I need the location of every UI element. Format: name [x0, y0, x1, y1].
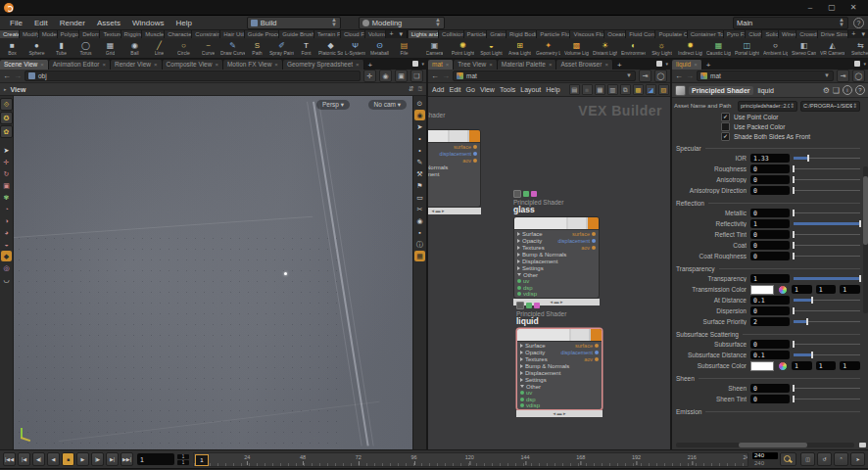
param-value-field[interactable]: 0 [750, 209, 790, 217]
node-input-port[interactable] [517, 286, 521, 290]
pointer-icon[interactable]: ➤ [414, 121, 425, 132]
slider-handle[interactable] [793, 396, 795, 402]
shelf-tab-rigid-bodies[interactable]: Rigid Bodies [506, 30, 537, 38]
node-row-displacement[interactable]: Displacement [517, 369, 602, 376]
vector-component-field[interactable]: 1 [816, 285, 837, 294]
shader-node-plastic[interactable]: Principled ShaderplasticSurfacesurfaceOp… [428, 103, 481, 214]
display-flag-icon[interactable] [526, 303, 532, 308]
shelf-tool-portal-light[interactable]: ◫Portal Light [733, 38, 761, 58]
param-value-field[interactable]: 1.33 [750, 154, 790, 163]
close-tab-icon[interactable]: × [274, 60, 278, 70]
transport-button-2[interactable]: ◀| [32, 452, 45, 466]
network-path-field[interactable]: mat ▼ [453, 70, 636, 81]
node-body[interactable]: SurfacesurfaceOpacitydisplacementTexture… [513, 216, 600, 299]
slider-handle[interactable] [806, 318, 808, 325]
shelf-tool-l-system[interactable]: ΨL-System [343, 38, 367, 58]
network-canvas[interactable]: VEX Builder Principled ShaderplasticSurf… [428, 97, 670, 449]
menu-file[interactable]: File [4, 19, 28, 27]
minimize-button[interactable]: – [799, 0, 821, 15]
node-row-other[interactable]: Other [517, 383, 602, 390]
shelf-tab-guide-brushes[interactable]: Guide Brushes [279, 30, 314, 38]
slider-handle[interactable] [793, 187, 795, 194]
param-value-field[interactable]: 0 [750, 306, 790, 315]
shelf-tab-viscous-fluids[interactable]: Viscous Fluids [570, 30, 604, 38]
layout-icon[interactable]: ▥ [607, 84, 618, 95]
export-icon[interactable]: ▨ [658, 84, 669, 95]
expand-icon[interactable] [517, 266, 520, 270]
param-slider[interactable] [794, 351, 860, 359]
color-wheel-icon[interactable] [778, 361, 788, 371]
node-input-vdisp[interactable]: vdisp [517, 402, 602, 409]
param-slider[interactable] [794, 241, 860, 250]
node-row-bump-normals[interactable]: Bump & Normals [428, 164, 480, 170]
param-slider[interactable] [794, 164, 860, 173]
expand-icon[interactable] [517, 259, 520, 263]
shelf-add-tab-icon[interactable]: + [848, 30, 858, 38]
pencil-icon[interactable]: ✎ [414, 157, 425, 167]
forward-icon[interactable]: → [442, 70, 450, 82]
section-header[interactable]: Transparency [676, 264, 860, 272]
pane-maximize-icon[interactable] [656, 61, 662, 67]
param-value-field[interactable]: 1 [750, 274, 790, 283]
node-row-other[interactable]: Other [514, 271, 599, 278]
expand-icon[interactable] [520, 344, 523, 348]
node-row-settings[interactable]: Settings [514, 264, 599, 271]
expand-icon[interactable] [517, 232, 520, 236]
node-output-port[interactable] [473, 159, 477, 163]
asset-path-dropdown[interactable]: C:/PROGRA~1/SIDE…⇕ [800, 101, 860, 112]
netmenu-add[interactable]: Add [432, 86, 444, 93]
section-header[interactable]: Specular [676, 144, 860, 152]
netmenu-layout[interactable]: Layout [520, 86, 541, 93]
param-slider[interactable] [794, 384, 860, 393]
add-pane-tab-icon[interactable]: + [702, 61, 715, 70]
display-flag-icon[interactable] [523, 191, 529, 197]
node-help-icon[interactable]: ? [855, 85, 865, 95]
range-end-field[interactable]: 240 [752, 452, 778, 459]
circle-tool-icon[interactable]: ◎ [1, 262, 12, 273]
params-vertical-scrollbar[interactable] [863, 166, 868, 313]
ruler-icon[interactable]: ▭ [414, 192, 425, 203]
node-row-textures[interactable]: Texturesaov [428, 157, 480, 164]
transport-button-6[interactable]: |▶ [91, 452, 104, 466]
shelf-tool-line[interactable]: ╱Line [147, 38, 171, 58]
section-header[interactable]: Emission [676, 407, 860, 415]
param-value-field[interactable]: 0.1 [750, 296, 790, 305]
pane-tab-motion-fx-view[interactable]: Motion FX View× [223, 60, 283, 70]
shelf-tab-fluid-contai[interactable]: Fluid Contai [626, 30, 655, 38]
node-row-settings[interactable]: Settings [517, 376, 602, 383]
shelf-tab-guide-process[interactable]: Guide Process [245, 30, 279, 38]
shelf-menu-icon[interactable]: ▾ [858, 30, 868, 38]
vector-component-field[interactable]: 1 [816, 361, 837, 370]
shelf-tool-sphere[interactable]: ●Sphere [24, 38, 49, 58]
shelf-tool-switcher[interactable]: ⇆Switcher [846, 38, 868, 58]
stack-icon[interactable]: ⧉ [620, 84, 631, 95]
view-tool-icon[interactable]: ⟐ [0, 98, 13, 111]
timeline-ruler[interactable]: 1 24487296120144168192216240 [193, 452, 748, 467]
render-icon[interactable]: ▣ [395, 70, 408, 82]
section-header[interactable]: Subsurface Scattering [676, 330, 860, 338]
material-flag-icon[interactable] [531, 191, 537, 197]
shelf-tab-wires[interactable]: Wires [779, 30, 796, 38]
display-icon[interactable]: ■ [582, 84, 593, 95]
shelf-tab-collisions[interactable]: Collisions [439, 30, 464, 38]
shelf-tool-distant-light[interactable]: ☀Distant Light [591, 38, 619, 58]
node-row-other[interactable]: Other [428, 184, 480, 191]
shelf-tool-caustic-light[interactable]: ▦Caustic Light [704, 38, 733, 58]
wrench-icon[interactable]: ⚒ [414, 168, 425, 179]
slider-handle[interactable] [807, 155, 809, 162]
shelf-tab-volume[interactable]: Volume [365, 30, 386, 38]
presets-icon[interactable]: ❏ [833, 86, 840, 95]
pane-tab-scene-view[interactable]: Scene View× [0, 60, 49, 70]
param-slider[interactable] [794, 306, 860, 315]
pane-tab-geometry-spreadsheet[interactable]: Geometry Spreadsheet× [283, 60, 364, 70]
playbar-settings-icon[interactable]: ◫ [800, 452, 815, 466]
frame-icon[interactable]: ◉ [414, 110, 425, 120]
layout-icon[interactable]: ⇵ [409, 85, 414, 93]
param-value-field[interactable]: 0 [750, 395, 790, 403]
node-row-surface[interactable]: Surfacesurface [428, 143, 480, 150]
shelf-tab-cloth[interactable]: Cloth [746, 30, 762, 38]
pane-tab-material-palette[interactable]: Material Palette× [498, 60, 557, 70]
pane-menu-icon[interactable]: ▾ [421, 61, 424, 67]
node-output-port[interactable] [473, 145, 477, 149]
shelf-tool-draw-curve[interactable]: ✎Draw Curve [220, 38, 245, 58]
